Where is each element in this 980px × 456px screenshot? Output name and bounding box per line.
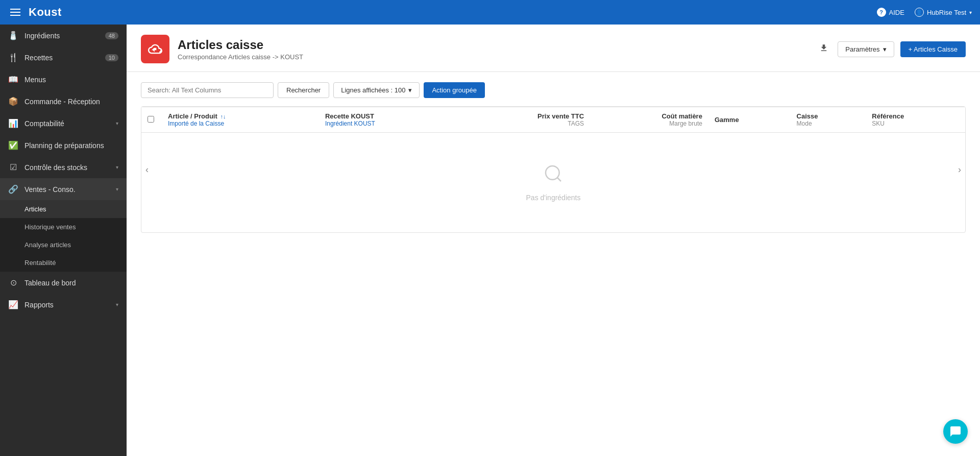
parametres-button[interactable]: Paramètres ▾ [838, 41, 894, 57]
articles-table: Article / Produit ↑↓ Importé de la Caiss… [141, 107, 965, 232]
chevron-down-icon: ▾ [969, 10, 972, 15]
page-header-right: Paramètres ▾ + Articles Caisse [816, 40, 966, 58]
page-title: Articles caisse [178, 38, 303, 52]
chevron-down-icon: ▾ [883, 45, 887, 53]
top-nav-left: Koust [8, 6, 62, 19]
user-menu[interactable]: 👤 HubRise Test ▾ [915, 8, 972, 17]
add-articles-button[interactable]: + Articles Caisse [900, 41, 966, 57]
chevron-down-icon: ▾ [116, 121, 118, 126]
chat-button[interactable] [943, 419, 968, 444]
sidebar-item-menus[interactable]: 📖 Menus [0, 68, 127, 90]
checkbox-header [141, 107, 162, 133]
sidebar-item-comptabilite[interactable]: 📊 Comptabilité ▾ [0, 112, 127, 134]
sidebar-item-commande[interactable]: 📦 Commande - Réception [0, 90, 127, 112]
empty-state: Pas d'ingrédients [141, 133, 965, 232]
col-recette: Recette KOUST Ingrédient KOUST [319, 107, 458, 133]
page-header: Articles caisse Correspondance Articles … [127, 25, 980, 72]
chevron-down-icon: ▾ [408, 86, 412, 94]
col-gamme: Gamme [708, 107, 791, 133]
logo: Koust [29, 6, 62, 19]
download-button[interactable] [816, 40, 831, 58]
sidebar-item-planning[interactable]: ✅ Planning de préparations [0, 134, 127, 156]
search-input[interactable] [141, 82, 274, 98]
col-reference: Référence SKU [866, 107, 965, 133]
hamburger-menu[interactable] [8, 7, 22, 18]
empty-state-text: Pas d'ingrédients [526, 194, 581, 202]
table-header: Article / Produit ↑↓ Importé de la Caiss… [141, 107, 965, 133]
rapports-icon: 📈 [8, 300, 18, 309]
menus-icon: 📖 [8, 75, 18, 84]
sidebar-item-rapports[interactable]: 📈 Rapports ▾ [0, 294, 127, 316]
comptabilite-icon: 📊 [8, 118, 18, 128]
sidebar-item-ventes[interactable]: 🔗 Ventes - Conso. ▾ [0, 178, 127, 200]
svg-point-0 [546, 166, 559, 180]
search-empty-icon [543, 163, 564, 188]
table-body: Pas d'ingrédients [141, 133, 965, 233]
col-cout: Coût matière Marge brute [590, 107, 708, 133]
ventes-icon: 🔗 [8, 184, 18, 194]
tableau-icon: ⊙ [8, 278, 18, 287]
table-wrapper: Article / Produit ↑↓ Importé de la Caiss… [141, 106, 966, 233]
col-caisse: Caisse Mode [791, 107, 866, 133]
top-nav-right: ? AIDE 👤 HubRise Test ▾ [877, 8, 972, 17]
ingredients-icon: 🧂 [8, 31, 18, 40]
sidebar-item-analyse[interactable]: Analyse articles [0, 236, 127, 254]
lignes-button[interactable]: Lignes affichées : 100 ▾ [333, 82, 420, 98]
user-icon: 👤 [915, 8, 924, 17]
recettes-icon: 🍴 [8, 53, 18, 62]
sort-icon: ↑↓ [220, 113, 226, 119]
scroll-right-button[interactable]: › [956, 162, 963, 177]
sidebar-item-rentabilite[interactable]: Rentabilité [0, 254, 127, 272]
search-bar: Rechercher Lignes affichées : 100 ▾ Acti… [141, 82, 966, 98]
chevron-down-icon: ▾ [116, 302, 118, 307]
sidebar-item-articles[interactable]: Articles [0, 200, 127, 218]
help-button[interactable]: ? AIDE [877, 8, 904, 17]
help-icon: ? [877, 8, 886, 17]
search-button[interactable]: Rechercher [278, 82, 329, 98]
planning-icon: ✅ [8, 140, 18, 150]
col-prix: Prix vente TTC TAGS [458, 107, 590, 133]
sidebar-item-controle[interactable]: ☑ Contrôle des stocks ▾ [0, 156, 127, 178]
ventes-submenu: Articles Historique ventes Analyse artic… [0, 200, 127, 272]
select-all-checkbox[interactable] [148, 116, 154, 123]
top-navigation: Koust ? AIDE 👤 HubRise Test ▾ [0, 0, 980, 25]
sidebar-item-recettes[interactable]: 🍴 Recettes 10 [0, 46, 127, 68]
sidebar-item-historique[interactable]: Historique ventes [0, 218, 127, 236]
chevron-up-icon: ▾ [116, 186, 118, 192]
commande-icon: 📦 [8, 97, 18, 106]
main-layout: 🧂 Ingrédients 48 🍴 Recettes 10 📖 Menus 📦… [0, 25, 980, 456]
scroll-left-button[interactable]: ‹ [143, 162, 151, 177]
page-header-left: Articles caisse Correspondance Articles … [141, 35, 303, 63]
sidebar-item-ingredients[interactable]: 🧂 Ingrédients 48 [0, 25, 127, 46]
chevron-down-icon: ▾ [116, 164, 118, 170]
svg-line-1 [557, 178, 561, 181]
page-icon [141, 35, 169, 63]
sidebar-item-tableau[interactable]: ⊙ Tableau de bord [0, 272, 127, 294]
controle-icon: ☑ [8, 162, 18, 172]
col-article: Article / Produit ↑↓ Importé de la Caiss… [162, 107, 319, 133]
table-area: Rechercher Lignes affichées : 100 ▾ Acti… [127, 72, 980, 243]
action-groupee-button[interactable]: Action groupée [424, 82, 484, 98]
main-content: Articles caisse Correspondance Articles … [127, 25, 980, 456]
page-subtitle: Correspondance Articles caisse -> KOUST [178, 53, 303, 61]
sidebar: 🧂 Ingrédients 48 🍴 Recettes 10 📖 Menus 📦… [0, 25, 127, 456]
page-title-block: Articles caisse Correspondance Articles … [178, 38, 303, 61]
